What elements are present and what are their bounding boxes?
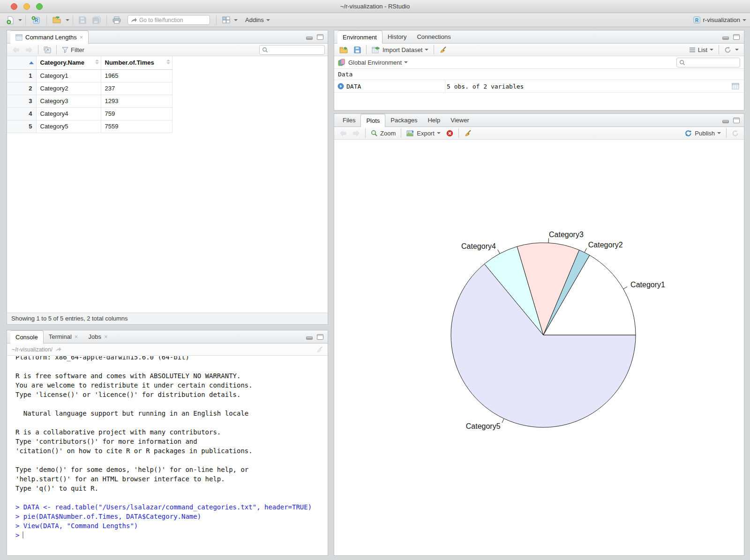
forward-arrow-icon bbox=[352, 130, 360, 136]
goto-directory-icon[interactable] bbox=[55, 347, 62, 352]
tab-command-lengths[interactable]: Command Lengths × bbox=[10, 30, 89, 44]
publish-icon bbox=[684, 130, 692, 137]
global-environment-button[interactable]: Global Environment bbox=[348, 57, 408, 68]
magnifier-icon bbox=[371, 130, 378, 137]
viewer-toolbar: Filter bbox=[7, 44, 328, 56]
back-arrow-icon bbox=[339, 130, 347, 136]
refresh-environment-button[interactable] bbox=[722, 44, 741, 55]
maximize-pane-icon[interactable] bbox=[733, 118, 740, 123]
table-row[interactable]: 3 Category3 1293 bbox=[7, 95, 172, 107]
close-icon[interactable]: × bbox=[104, 334, 108, 340]
addins-label: Addins bbox=[245, 16, 264, 23]
expand-object-icon[interactable] bbox=[338, 83, 344, 90]
load-workspace-button[interactable] bbox=[337, 44, 351, 55]
console-prompt[interactable]: > bbox=[15, 530, 328, 540]
tab-plots[interactable]: Plots bbox=[360, 114, 385, 127]
open-file-caret[interactable] bbox=[66, 19, 69, 21]
minimize-pane-icon[interactable] bbox=[722, 120, 729, 123]
new-file-caret[interactable] bbox=[18, 19, 22, 21]
maximize-pane-icon[interactable] bbox=[733, 34, 740, 40]
new-project-button[interactable]: R bbox=[29, 15, 43, 26]
export-plot-button[interactable]: Export bbox=[404, 127, 443, 139]
console-line: You are welcome to redistribute it under… bbox=[15, 381, 328, 390]
maximize-pane-icon[interactable] bbox=[317, 34, 323, 40]
tab-environment[interactable]: Environment bbox=[338, 30, 382, 44]
new-file-button[interactable] bbox=[4, 15, 17, 26]
back-arrow-icon bbox=[12, 47, 20, 53]
clear-all-plots-button[interactable] bbox=[462, 127, 474, 139]
refresh-caret[interactable] bbox=[735, 49, 739, 51]
close-icon[interactable]: × bbox=[75, 334, 78, 340]
data-viewer-pane: Command Lengths × Filter bbox=[7, 30, 328, 325]
table-row[interactable]: 2 Category2 237 bbox=[7, 82, 172, 95]
open-file-button[interactable] bbox=[50, 15, 64, 26]
row-number-header[interactable] bbox=[7, 56, 36, 69]
environment-object-row[interactable]: DATA 5 obs. of 2 variables bbox=[334, 80, 744, 93]
tab-viewer[interactable]: Viewer bbox=[445, 114, 474, 127]
pie-label-tick bbox=[585, 248, 586, 253]
global-environment-label: Global Environment bbox=[348, 59, 402, 66]
table-row[interactable]: 1 Category1 1965 bbox=[7, 69, 172, 82]
goto-file-box[interactable] bbox=[128, 15, 210, 25]
minimize-pane-icon[interactable] bbox=[722, 37, 729, 40]
project-menu-button[interactable]: R r-visualization bbox=[693, 16, 746, 24]
broom-icon bbox=[439, 46, 447, 53]
publish-button[interactable]: Publish bbox=[682, 127, 723, 139]
next-plot-button[interactable] bbox=[350, 127, 362, 139]
tab-console[interactable]: Console bbox=[10, 330, 44, 343]
back-button[interactable] bbox=[10, 44, 22, 55]
sort-carets-icon[interactable] bbox=[95, 60, 99, 64]
remove-plot-button[interactable] bbox=[444, 127, 456, 139]
environment-search-input[interactable] bbox=[687, 59, 737, 66]
tab-connections[interactable]: Connections bbox=[412, 30, 456, 43]
viewer-search-box[interactable] bbox=[259, 45, 325, 55]
tab-history[interactable]: History bbox=[382, 30, 412, 43]
zoom-plot-button[interactable]: Zoom bbox=[368, 127, 398, 139]
open-folder-icon bbox=[52, 16, 62, 24]
viewer-search-input[interactable] bbox=[270, 46, 320, 53]
tab-files[interactable]: Files bbox=[338, 114, 360, 127]
column-header-number-of-times[interactable]: Number.of.Times bbox=[101, 56, 172, 69]
plot-canvas: Category1Category2Category3Category4Cate… bbox=[334, 140, 744, 555]
popout-button[interactable] bbox=[41, 44, 53, 55]
console-line bbox=[15, 399, 328, 409]
data-table: Category.Name Number.of.Times 1 Category… bbox=[7, 56, 172, 133]
tab-packages[interactable]: Packages bbox=[385, 114, 422, 127]
save-button[interactable] bbox=[76, 15, 89, 26]
save-all-button[interactable] bbox=[90, 15, 103, 26]
addins-button[interactable]: Addins bbox=[243, 15, 272, 26]
forward-button[interactable] bbox=[23, 44, 35, 55]
previous-plot-button[interactable] bbox=[337, 127, 349, 139]
filter-button[interactable]: Filter bbox=[60, 44, 87, 55]
console-command: > DATA <- read.table("/Users/lsalazar/co… bbox=[15, 502, 328, 512]
clear-environment-button[interactable] bbox=[437, 44, 449, 55]
console-output[interactable]: Platform: x86_64-apple-darwin15.6.0 (64-… bbox=[7, 356, 328, 555]
import-dataset-caret bbox=[425, 49, 428, 51]
view-data-icon[interactable] bbox=[732, 83, 739, 90]
save-workspace-button[interactable] bbox=[352, 44, 363, 55]
console-line bbox=[15, 493, 328, 502]
tab-help[interactable]: Help bbox=[422, 114, 445, 127]
tab-terminal[interactable]: Terminal × bbox=[44, 330, 83, 343]
tab-jobs[interactable]: Jobs × bbox=[83, 330, 112, 343]
table-row[interactable]: 5 Category5 7559 bbox=[7, 120, 172, 133]
column-header-category-name[interactable]: Category.Name bbox=[36, 56, 101, 69]
panes-layout-caret[interactable] bbox=[234, 19, 238, 21]
close-icon[interactable]: × bbox=[80, 34, 83, 40]
export-label: Export bbox=[417, 130, 435, 137]
panes-layout-button[interactable] bbox=[220, 15, 232, 26]
goto-file-input[interactable] bbox=[139, 17, 195, 23]
maximize-pane-icon[interactable] bbox=[317, 334, 323, 340]
minimize-pane-icon[interactable] bbox=[306, 37, 313, 40]
minimize-pane-icon[interactable] bbox=[306, 336, 313, 340]
r-project-icon: R bbox=[693, 16, 701, 24]
print-button[interactable] bbox=[110, 15, 123, 26]
list-view-button[interactable]: List bbox=[687, 44, 716, 55]
sort-carets-icon[interactable] bbox=[166, 60, 170, 64]
environment-search-box[interactable] bbox=[676, 58, 740, 67]
refresh-plot-button[interactable] bbox=[729, 127, 741, 139]
table-row[interactable]: 4 Category4 759 bbox=[7, 107, 172, 120]
table-status-bar: Showing 1 to 5 of 5 entries, 2 total col… bbox=[7, 313, 328, 324]
import-dataset-button[interactable]: Import Dataset bbox=[369, 44, 431, 55]
clear-console-icon[interactable] bbox=[316, 346, 323, 353]
